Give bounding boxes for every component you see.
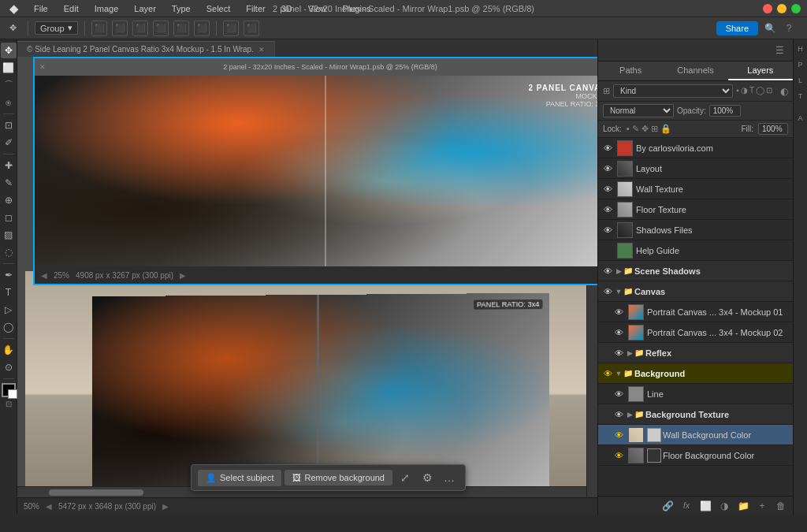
expand-icon[interactable]: ▶	[625, 349, 634, 357]
minimize-button[interactable]	[777, 4, 787, 13]
eye-toggle[interactable]: 👁	[612, 306, 625, 318]
canvas-tab[interactable]: © Side Leaning 2 Panel Canvas Ratio 3x4 …	[17, 41, 275, 57]
eye-toggle[interactable]: 👁	[601, 183, 614, 195]
align-top-btn[interactable]: ⬛	[153, 20, 169, 36]
smartobj-filter-icon[interactable]: ⊡	[766, 86, 772, 97]
eye-toggle[interactable]: 👁	[601, 265, 614, 277]
eye-toggle[interactable]: 👁	[612, 429, 625, 441]
menu-file[interactable]: File	[31, 2, 51, 15]
tab-channels[interactable]: Channels	[663, 61, 727, 80]
eye-toggle[interactable]: 👁	[612, 388, 625, 400]
align-left-btn[interactable]: ⬛	[91, 20, 107, 36]
lasso-tool[interactable]: ⌒	[1, 77, 17, 93]
help-icon[interactable]: ?	[782, 21, 796, 35]
folder-icon[interactable]: 📁	[736, 499, 750, 513]
eye-toggle[interactable]: 👁	[612, 408, 625, 421]
move-tool-option[interactable]: ✥	[5, 20, 21, 35]
search-icon[interactable]: 🔍	[763, 21, 777, 35]
lock-position-icon[interactable]: ✥	[642, 124, 649, 134]
distribute-h-btn[interactable]: ⬛	[223, 20, 239, 36]
crop-tool[interactable]: ⊡	[1, 117, 17, 133]
menu-ps[interactable]: ◆	[6, 1, 21, 17]
eye-toggle[interactable]: 👁	[601, 142, 614, 154]
toggle-filter-icon[interactable]: ◐	[780, 86, 788, 97]
lock-artboard-icon[interactable]: ⊞	[651, 124, 658, 134]
panel-menu-icon[interactable]: ☰	[771, 42, 788, 59]
quick-select-tool[interactable]: ⍟	[1, 95, 17, 110]
adjustment-icon[interactable]: ◑	[717, 499, 731, 513]
gradient-tool[interactable]: ▨	[1, 227, 17, 243]
new-layer-icon[interactable]: +	[755, 499, 769, 513]
eye-toggle[interactable]: 👁	[612, 347, 625, 359]
layer-row[interactable]: 👁 Floor Texture	[598, 199, 793, 220]
link-layers-icon[interactable]: 🔗	[660, 499, 675, 513]
expand-icon[interactable]: ▼	[614, 288, 623, 296]
healing-tool[interactable]: ✚	[1, 158, 17, 173]
expand-icon[interactable]: ▶	[614, 267, 623, 275]
pixel-filter-icon[interactable]: ▪	[736, 86, 739, 97]
libraries-icon[interactable]: L	[794, 74, 807, 87]
lock-all-icon[interactable]: 🔒	[660, 124, 671, 134]
move-tool[interactable]: ✥	[1, 43, 17, 58]
default-colors[interactable]: ⊡	[6, 400, 12, 408]
layer-row[interactable]: 👁 ▶ 📁 Reflex	[598, 343, 793, 363]
expand-icon[interactable]: ▼	[614, 370, 623, 378]
eye-toggle[interactable]: 👁	[601, 285, 614, 298]
share-button[interactable]: Share	[716, 21, 758, 35]
blend-mode-select[interactable]: Normal	[603, 104, 674, 117]
menu-layer[interactable]: Layer	[131, 2, 159, 15]
pen-tool[interactable]: ✒	[1, 267, 17, 283]
menu-edit[interactable]: Edit	[61, 2, 82, 15]
filter-kind-select[interactable]: Kind	[613, 84, 733, 98]
layer-row[interactable]: 👁 Help Guide	[598, 240, 793, 261]
close-button[interactable]	[763, 4, 772, 13]
group-select[interactable]: Group ▾	[35, 21, 78, 35]
layer-row[interactable]: 👁 Floor Background Color	[598, 445, 793, 466]
layer-row[interactable]: 👁 Layout	[598, 158, 793, 179]
align-center-h-btn[interactable]: ⬛	[112, 20, 128, 36]
layer-row[interactable]: 👁 By carlosviloria.com	[598, 138, 793, 158]
shape-tool[interactable]: ◯	[1, 319, 17, 335]
menu-plugins[interactable]: Plugins	[339, 2, 374, 15]
crop-float-button[interactable]: ⤢	[396, 468, 415, 487]
history-icon[interactable]: H	[794, 43, 807, 55]
clone-stamp-tool[interactable]: ⊕	[1, 192, 17, 208]
blur-tool[interactable]: ◌	[1, 244, 17, 260]
more-float-button[interactable]: …	[440, 468, 459, 487]
path-selection-tool[interactable]: ▷	[1, 302, 17, 318]
add-mask-icon[interactable]: ⬜	[698, 499, 712, 513]
eraser-tool[interactable]: ◻	[1, 210, 17, 225]
remove-background-button[interactable]: 🖼 Remove background	[284, 470, 392, 485]
type-icon[interactable]: T	[794, 90, 807, 102]
rectangle-select-tool[interactable]: ⬜	[1, 60, 17, 76]
nav-left-icon[interactable]: ◀	[41, 271, 47, 280]
properties-icon[interactable]: P	[794, 58, 807, 71]
eye-toggle[interactable]: 👁	[601, 367, 614, 380]
eye-toggle[interactable]: 👁	[601, 203, 614, 216]
type-tool[interactable]: T	[1, 285, 17, 300]
maximize-button[interactable]	[791, 4, 801, 13]
lock-pixels-icon[interactable]: ✎	[632, 124, 639, 134]
eye-toggle[interactable]: 👁	[612, 449, 625, 462]
distribute-v-btn[interactable]: ⬛	[244, 20, 259, 36]
foreground-color[interactable]	[2, 383, 16, 397]
fx-icon[interactable]: fx	[679, 499, 694, 513]
delete-layer-icon[interactable]: 🗑	[774, 499, 788, 513]
fill-input[interactable]	[758, 123, 788, 135]
layer-row[interactable]: 👁 Shadows Files	[598, 220, 793, 240]
layer-row[interactable]: 👁 ▶ 📁 Scene Shadows	[598, 261, 793, 281]
adjustments-icon[interactable]: A	[794, 112, 807, 125]
menu-type[interactable]: Type	[169, 2, 194, 15]
layer-row[interactable]: 👁 Wall Texture	[598, 179, 793, 199]
eye-toggle[interactable]: 👁	[601, 162, 614, 175]
opacity-input[interactable]	[709, 105, 741, 117]
layer-row[interactable]: 👁 Portrait Canvas ... 3x4 - Mockup 01	[598, 302, 793, 322]
adjustment-filter-icon[interactable]: ◑	[741, 86, 748, 97]
align-right-btn[interactable]: ⬛	[132, 20, 148, 36]
h-scroll-thumb[interactable]	[49, 489, 143, 496]
layer-row[interactable]: 👁 Line	[598, 384, 793, 404]
eye-toggle[interactable]: 👁	[612, 326, 625, 339]
layer-row[interactable]: 👁 Portrait Canvas ... 3x4 - Mockup 02	[598, 322, 793, 343]
settings-float-button[interactable]: ⚙	[418, 468, 437, 487]
select-subject-button[interactable]: 👤 Select subject	[198, 470, 281, 486]
